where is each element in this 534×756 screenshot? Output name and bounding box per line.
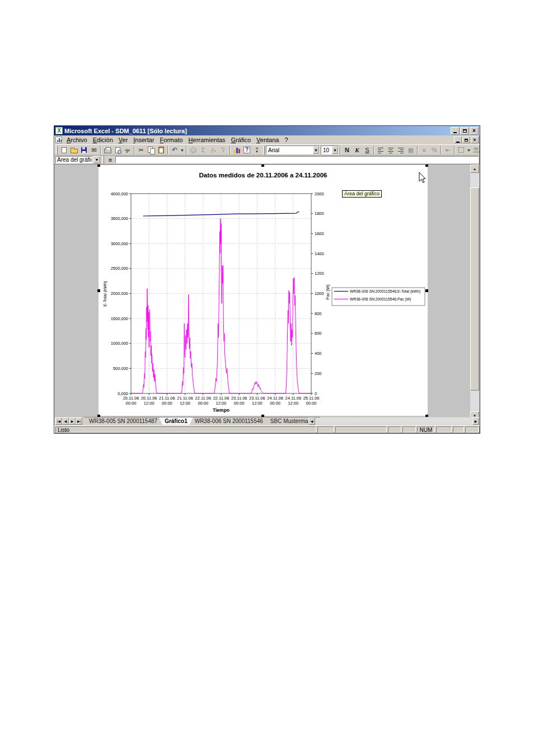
y-left-tick-label: 1000,000: [111, 341, 128, 346]
copy-icon[interactable]: [146, 145, 156, 155]
chart-sheet[interactable]: Datos medidos de 20.11.2006 a 24.11.2006…: [99, 165, 428, 416]
sheet-tab-wr38-006-sn-2000115546[interactable]: WR38-006 SN 2000115546: [189, 417, 269, 425]
name-box-dropdown-icon[interactable]: ▼: [93, 156, 100, 163]
new-document-icon[interactable]: [59, 145, 69, 155]
name-box[interactable]: Área del gráfico: [55, 156, 92, 163]
paste-icon[interactable]: [156, 145, 166, 155]
close-icon[interactable]: ×: [470, 127, 479, 135]
toolbar-grip[interactable]: [56, 146, 58, 154]
menu-formato[interactable]: Formato: [157, 136, 186, 144]
fill-color-icon[interactable]: [471, 145, 480, 155]
scroll-down-icon[interactable]: ▼: [470, 411, 479, 417]
status-panel: [335, 426, 387, 433]
autosum-icon[interactable]: Σ: [198, 145, 208, 155]
cut-icon[interactable]: ✂: [136, 145, 146, 155]
borders-icon[interactable]: [456, 145, 466, 155]
italic-icon[interactable]: K: [352, 145, 362, 155]
minimize-icon[interactable]: [451, 127, 460, 135]
formula-bar-grip[interactable]: [102, 156, 104, 164]
legend-label[interactable]: WR38-006 SN:2000115546;E-Total (kWh): [350, 289, 420, 294]
prev-sheet-icon[interactable]: ◀: [62, 417, 69, 425]
y-right-axis-title[interactable]: Pac (W): [325, 284, 330, 300]
menu--[interactable]: ?: [282, 136, 291, 144]
scroll-up-icon[interactable]: ▲: [470, 165, 479, 173]
menu-herramientas[interactable]: Herramientas: [186, 136, 228, 144]
merge-center-icon[interactable]: ▦: [406, 145, 416, 155]
currency-icon[interactable]: ¤: [419, 145, 429, 155]
formula-bar: Área del gráfico ▼ =: [54, 156, 480, 164]
measurement-chart[interactable]: Datos medidos de 20.11.2006 a 24.11.2006…: [99, 165, 428, 416]
underline-icon[interactable]: S: [362, 145, 372, 155]
selection-handle[interactable]: [425, 164, 428, 167]
horizontal-scrollbar[interactable]: ◀ ▶: [308, 417, 479, 425]
selection-handle[interactable]: [97, 289, 100, 292]
chart-title[interactable]: Datos medidos de 20.11.2006 a 24.11.2006: [199, 172, 327, 179]
insert-hyperlink-icon[interactable]: [188, 145, 198, 155]
selection-handle[interactable]: [97, 164, 100, 167]
vertical-scrollbar[interactable]: ▲ ▼: [470, 165, 479, 417]
borders-dropdown-icon[interactable]: ▼: [466, 145, 471, 155]
x-tick-label-date: 23.11.06: [249, 396, 265, 401]
scroll-left-icon[interactable]: ◀: [308, 417, 315, 425]
last-sheet-icon[interactable]: ▶|: [76, 417, 82, 425]
open-icon[interactable]: [69, 145, 79, 155]
paste-function-icon[interactable]: ƒx: [208, 145, 218, 155]
help-icon[interactable]: ?: [242, 145, 252, 155]
x-tick-label-time: 12:00: [252, 401, 263, 406]
doc-minimize-icon[interactable]: [454, 137, 462, 143]
chart-wizard-icon[interactable]: [232, 145, 242, 155]
print-preview-icon[interactable]: [113, 145, 123, 155]
menu-insertar[interactable]: Insertar: [130, 136, 157, 144]
font-name-select[interactable]: Arial ▼: [266, 145, 320, 154]
align-center-icon[interactable]: [386, 145, 396, 155]
workbook-icon[interactable]: [55, 137, 62, 143]
undo-icon[interactable]: ↶: [170, 145, 180, 155]
decrease-indent-icon[interactable]: ⇤: [443, 145, 453, 155]
title-bar[interactable]: X Microsoft Excel - SDM_0611 [Sólo lectu…: [54, 126, 480, 135]
bold-icon[interactable]: N: [342, 145, 352, 155]
sheet-tab-gr-fico1[interactable]: Gráfico1: [159, 417, 193, 425]
restore-icon[interactable]: [460, 127, 469, 135]
x-tick-label-time: 00:00: [198, 401, 208, 406]
excel-window: X Microsoft Excel - SDM_0611 [Sólo lectu…: [54, 125, 480, 434]
x-axis-title[interactable]: Tiempo: [213, 407, 229, 413]
edit-formula-button[interactable]: =: [106, 157, 114, 163]
save-icon[interactable]: [79, 145, 89, 155]
undo-dropdown-icon[interactable]: ▼: [180, 145, 185, 155]
y-right-tick-label: 1800: [315, 211, 324, 216]
doc-restore-icon[interactable]: [462, 137, 470, 143]
chevron-down-icon[interactable]: ▼: [332, 146, 338, 154]
next-sheet-icon[interactable]: ▶: [69, 417, 76, 425]
horizontal-scrollbar-track[interactable]: [315, 417, 472, 425]
menu-archivo[interactable]: Archivo: [64, 136, 90, 144]
mail-icon[interactable]: ✉: [89, 145, 99, 155]
x-tick-label-date: 22.11.06: [213, 396, 229, 401]
doc-close-icon[interactable]: ×: [471, 137, 479, 143]
formula-input[interactable]: [115, 156, 479, 163]
scrollbar-thumb[interactable]: [470, 187, 479, 391]
menu-gr-fico[interactable]: Gráfico: [228, 136, 254, 144]
status-message: Listo: [55, 426, 316, 433]
status-panel: [465, 426, 479, 433]
sort-ascending-icon[interactable]: A↓Z: [218, 145, 228, 155]
spelling-icon[interactable]: abc✓: [123, 145, 133, 155]
menu-ventana[interactable]: Ventana: [254, 136, 282, 144]
scroll-right-icon[interactable]: ▶: [472, 417, 479, 425]
percent-icon[interactable]: %: [429, 145, 439, 155]
selection-handle[interactable]: [261, 164, 264, 167]
y-left-tick-label: 1500,000: [111, 316, 128, 321]
toolbar-grip-formatting[interactable]: [263, 146, 265, 154]
sheet-tab-wr38-005-sn-2000115487[interactable]: WR38-005 SN 2000115487: [83, 417, 163, 425]
align-left-icon[interactable]: [376, 145, 386, 155]
menu-edici-n[interactable]: Edición: [90, 136, 116, 144]
align-right-icon[interactable]: [396, 145, 406, 155]
legend-label[interactable]: WR38-006 SN:2000115546;Pac (W): [350, 297, 411, 302]
chevron-down-icon[interactable]: ▼: [313, 146, 319, 154]
print-icon[interactable]: [102, 145, 113, 155]
more-buttons-icon[interactable]: »▼: [252, 145, 262, 155]
selection-handle[interactable]: [425, 289, 428, 292]
font-size-select[interactable]: 10 ▼: [321, 145, 339, 154]
menu-ver[interactable]: Ver: [116, 136, 131, 144]
y-left-axis-title[interactable]: E-Total (kWh): [102, 281, 107, 307]
first-sheet-icon[interactable]: |◀: [55, 417, 62, 425]
